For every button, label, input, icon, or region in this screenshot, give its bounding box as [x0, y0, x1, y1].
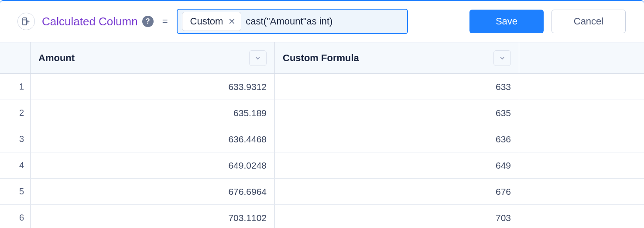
row-spacer [519, 152, 644, 178]
cell-custom-formula[interactable]: 636 [275, 126, 519, 152]
data-grid: Amount Custom Formula 1633.93126332635.1… [0, 42, 644, 228]
column-header-custom-formula[interactable]: Custom Formula [275, 42, 519, 73]
row-number-header [0, 42, 31, 73]
formula-chip-custom[interactable]: Custom ✕ [182, 12, 242, 31]
grid-header-row: Amount Custom Formula [0, 42, 644, 74]
formula-toolbar: Calculated Column ? = Custom ✕ Save Canc… [0, 0, 644, 42]
title-text: Calculated Column [42, 15, 138, 28]
row-spacer [519, 74, 644, 100]
column-header-amount[interactable]: Amount [31, 42, 275, 73]
column-menu-button[interactable] [249, 50, 267, 66]
table-row: 3636.4468636 [0, 126, 644, 152]
cell-amount[interactable]: 649.0248 [31, 152, 275, 178]
cancel-button[interactable]: Cancel [552, 10, 626, 33]
row-number: 1 [0, 74, 31, 100]
row-number: 5 [0, 179, 31, 204]
chevron-down-icon [255, 55, 261, 61]
cell-amount[interactable]: 703.1102 [31, 205, 275, 228]
column-add-icon [22, 17, 30, 25]
chip-label: Custom [190, 16, 223, 27]
cell-custom-formula[interactable]: 676 [275, 179, 519, 204]
equals-sign: = [162, 16, 168, 27]
formula-input[interactable]: Custom ✕ [177, 9, 408, 34]
header-spacer [519, 42, 644, 73]
page-title: Calculated Column ? [42, 15, 154, 28]
chevron-down-icon [499, 55, 505, 61]
row-number: 3 [0, 126, 31, 152]
column-menu-button[interactable] [493, 50, 511, 66]
row-spacer [519, 100, 644, 126]
row-number: 2 [0, 100, 31, 126]
add-column-button[interactable] [17, 13, 35, 30]
svg-rect-0 [23, 18, 27, 25]
row-spacer [519, 126, 644, 152]
table-row: 5676.6964676 [0, 179, 644, 205]
cell-custom-formula[interactable]: 633 [275, 74, 519, 100]
cell-custom-formula[interactable]: 635 [275, 100, 519, 126]
column-header-label: Custom Formula [283, 52, 359, 64]
row-spacer [519, 205, 644, 228]
help-icon[interactable]: ? [142, 16, 154, 27]
cell-amount[interactable]: 633.9312 [31, 74, 275, 100]
table-row: 2635.189635 [0, 100, 644, 126]
cell-amount[interactable]: 635.189 [31, 100, 275, 126]
cell-custom-formula[interactable]: 703 [275, 205, 519, 228]
cell-amount[interactable]: 676.6964 [31, 179, 275, 204]
cell-amount[interactable]: 636.4468 [31, 126, 275, 152]
action-buttons: Save Cancel [469, 10, 626, 33]
close-icon[interactable]: ✕ [228, 17, 236, 26]
table-row: 1633.9312633 [0, 74, 644, 100]
row-number: 4 [0, 152, 31, 178]
formula-text-input[interactable] [246, 16, 402, 27]
row-number: 6 [0, 205, 31, 228]
cell-custom-formula[interactable]: 649 [275, 152, 519, 178]
row-spacer [519, 179, 644, 204]
table-row: 6703.1102703 [0, 205, 644, 228]
save-button[interactable]: Save [469, 10, 544, 33]
column-header-label: Amount [38, 52, 75, 64]
table-row: 4649.0248649 [0, 152, 644, 179]
